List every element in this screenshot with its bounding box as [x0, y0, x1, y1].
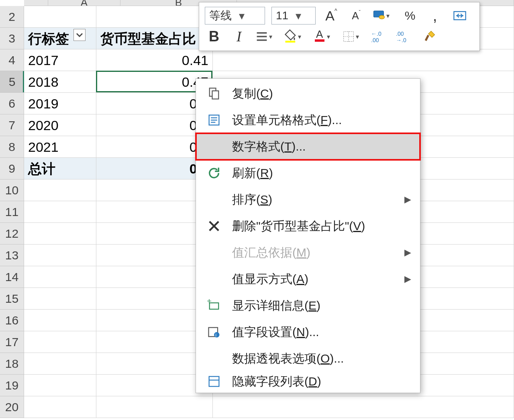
menu-label: 值字段设置(N)... — [232, 324, 413, 340]
chevron-down-icon: ▾ — [269, 33, 277, 41]
row-header[interactable]: 8 — [0, 136, 24, 158]
menu-copy[interactable]: 复制(C) — [196, 80, 420, 107]
svg-rect-3 — [286, 41, 296, 43]
pivot-year-cell[interactable]: 2017 — [24, 49, 96, 71]
menu-hide-field-list[interactable]: 隐藏字段列表(D) — [196, 372, 420, 391]
menu-label: 排序(S) — [232, 192, 413, 208]
fill-color-button[interactable]: ▾ — [284, 28, 306, 45]
pivot-year-cell[interactable]: 2018 — [24, 71, 96, 93]
pivot-value-cell[interactable]: 0.41 — [96, 49, 213, 71]
menu-label: 数据透视表选项(O)... — [232, 351, 413, 367]
row-header[interactable]: 9 — [0, 158, 24, 179]
italic-button[interactable]: I — [230, 27, 248, 46]
align-button[interactable]: ▾ — [255, 29, 277, 44]
decrease-decimal-button[interactable]: .00→.0 — [395, 27, 414, 46]
pivot-total-label[interactable]: 总计 — [24, 158, 96, 179]
merge-center-button[interactable] — [451, 6, 469, 25]
menu-label: 设置单元格格式(F)... — [232, 112, 413, 128]
increase-font-button[interactable]: A^ — [322, 6, 341, 25]
row-header[interactable]: 6 — [0, 93, 24, 114]
svg-text:→.0: →.0 — [396, 37, 406, 43]
row-header-selected[interactable]: 5 — [0, 71, 24, 93]
pivot-year-cell[interactable]: 2021 — [24, 136, 96, 158]
menu-number-format[interactable]: 数字格式(T)... — [196, 133, 420, 160]
percent-style-button[interactable]: % — [401, 6, 419, 25]
menu-sort[interactable]: 排序(S) ▶ — [196, 186, 420, 213]
svg-point-17 — [214, 332, 220, 338]
row-header[interactable]: 20 — [0, 396, 24, 418]
svg-rect-12 — [212, 91, 219, 99]
submenu-arrow-icon: ▶ — [404, 274, 411, 284]
svg-rect-19 — [209, 377, 219, 387]
menu-remove-field[interactable]: 删除"货币型基金占比"(V) — [196, 213, 420, 239]
row-header[interactable]: 14 — [0, 266, 24, 288]
svg-text:i: i — [215, 332, 216, 337]
font-size-value: 11 — [272, 9, 292, 22]
svg-rect-6 — [344, 32, 354, 42]
menu-label: 隐藏字段列表(D) — [232, 373, 413, 390]
row-header[interactable]: 2 — [0, 6, 24, 28]
chevron-down-icon — [74, 28, 85, 42]
menu-field-settings[interactable]: i 值字段设置(N)... — [196, 319, 420, 345]
row-header[interactable]: 3 — [0, 28, 24, 49]
increase-decimal-icon: ←.0.00 — [370, 29, 389, 44]
paint-bucket-icon — [284, 28, 298, 45]
font-size-combo[interactable]: 11 ▾ — [271, 7, 316, 24]
row-headers: 2 3 4 5 6 7 8 9 10 11 12 13 14 15 16 17 … — [0, 6, 24, 418]
merge-icon — [453, 8, 467, 23]
decrease-font-button[interactable]: Aˇ — [347, 6, 365, 25]
chevron-down-icon: ▾ — [327, 33, 335, 41]
increase-decimal-button[interactable]: ←.0.00 — [370, 27, 389, 46]
row-header[interactable]: 18 — [0, 353, 24, 375]
context-menu: 复制(C) 设置单元格格式(F)... 数字格式(T)... 刷新(R) 排序(… — [196, 78, 420, 393]
menu-label: 值显示方式(A) — [232, 271, 413, 287]
filter-dropdown-button[interactable] — [73, 29, 86, 41]
row-header[interactable]: 15 — [0, 288, 24, 310]
refresh-icon — [207, 166, 221, 180]
row-header[interactable]: 7 — [0, 114, 24, 136]
pivot-year-cell[interactable]: 2020 — [24, 114, 96, 136]
col-header-a[interactable]: A — [48, 0, 120, 6]
font-color-icon: A — [312, 28, 327, 45]
font-color-button[interactable]: A ▾ — [312, 28, 335, 45]
properties-icon — [207, 113, 221, 127]
pivot-row-label-header[interactable]: 行标签 — [24, 28, 96, 49]
mini-toolbar: 等线 ▾ 11 ▾ A^ Aˇ ▾ % , B I ▾ — [199, 2, 480, 51]
chevron-down-icon: ▾ — [298, 33, 306, 41]
bold-button[interactable]: B — [205, 27, 223, 46]
svg-text:.00: .00 — [371, 37, 379, 43]
row-header[interactable]: 12 — [0, 223, 24, 245]
borders-icon — [341, 29, 356, 44]
svg-text:.00: .00 — [396, 31, 404, 37]
row-header[interactable]: 13 — [0, 245, 24, 266]
svg-text:A: A — [316, 28, 323, 40]
comma-style-button[interactable]: , — [426, 6, 444, 25]
pivot-year-cell[interactable]: 2019 — [24, 93, 96, 114]
menu-format-cells[interactable]: 设置单元格格式(F)... — [196, 107, 420, 133]
delete-x-icon — [207, 219, 221, 233]
menu-show-values-as[interactable]: 值显示方式(A) ▶ — [196, 266, 420, 292]
menu-refresh[interactable]: 刷新(R) — [196, 160, 420, 186]
row-header[interactable]: 17 — [0, 331, 24, 353]
menu-label: 删除"货币型基金占比"(V) — [232, 218, 413, 234]
format-painter-button[interactable] — [420, 27, 439, 46]
row-header[interactable]: 16 — [0, 310, 24, 331]
svg-rect-5 — [315, 39, 324, 42]
expand-icon: + — [207, 298, 221, 313]
menu-show-detail[interactable]: + 显示详细信息(E) — [196, 292, 420, 319]
row-header[interactable]: 10 — [0, 179, 24, 201]
pivot-value-header[interactable]: 货币型基金占比 — [96, 28, 213, 49]
align-icon — [255, 29, 269, 44]
chevron-down-icon: ▾ — [356, 33, 364, 41]
row-header[interactable]: 19 — [0, 375, 24, 396]
row-header[interactable]: 4 — [0, 49, 24, 71]
borders-button[interactable]: ▾ — [341, 29, 364, 44]
row-header[interactable]: 11 — [0, 201, 24, 223]
chevron-down-icon: ▾ — [292, 9, 304, 22]
accounting-format-button[interactable]: ▾ — [372, 7, 394, 24]
currency-icon — [372, 7, 386, 24]
menu-pivottable-options[interactable]: 数据透视表选项(O)... — [196, 345, 420, 372]
submenu-arrow-icon: ▶ — [404, 247, 411, 258]
chevron-down-icon: ▾ — [236, 9, 248, 22]
font-name-combo[interactable]: 等线 ▾ — [205, 7, 265, 24]
